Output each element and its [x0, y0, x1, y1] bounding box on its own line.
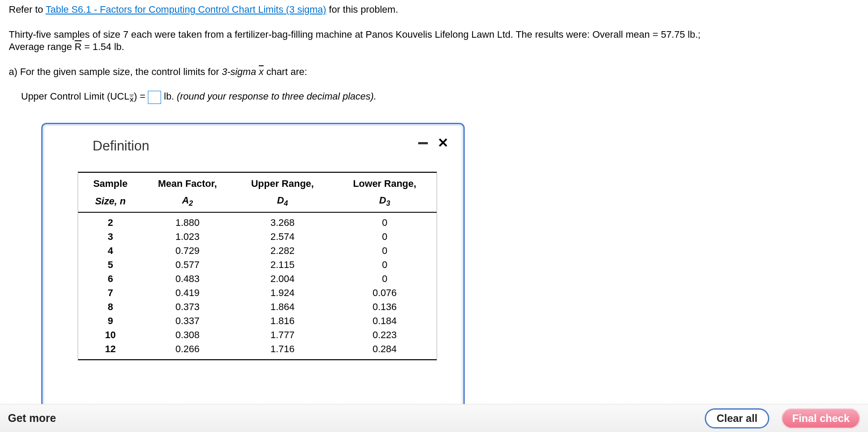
ucl-input[interactable]: [148, 91, 161, 104]
table-row: 80.3731.8640.136: [78, 300, 437, 314]
r-bar: R: [75, 41, 82, 52]
cell-d4: 2.574: [232, 230, 333, 244]
cell-d3: 0: [333, 230, 437, 244]
cell-d4: 2.115: [232, 258, 333, 272]
cell-n: 10: [78, 328, 143, 342]
cell-d3: 0.284: [333, 342, 437, 360]
cell-n: 8: [78, 300, 143, 314]
qa-suffix: chart are:: [264, 66, 307, 77]
ucl-unit: lb.: [161, 91, 176, 102]
cell-a2: 0.266: [143, 342, 232, 360]
table-link[interactable]: Table S6.1 - Factors for Computing Contr…: [46, 4, 326, 15]
th-d3: D3: [333, 192, 437, 212]
cell-a2: 1.023: [143, 230, 232, 244]
table-row: 40.7292.2820: [78, 244, 437, 258]
table-row: 50.5772.1150: [78, 258, 437, 272]
table-row: 120.2661.7160.284: [78, 342, 437, 360]
cell-d3: 0.076: [333, 286, 437, 300]
given-2-prefix: Average range: [9, 41, 75, 52]
cell-d3: 0.223: [333, 328, 437, 342]
cell-a2: 1.880: [143, 212, 232, 230]
qa-xbar: x: [259, 66, 264, 77]
ucl-prefix: Upper Control Limit (UCL: [21, 91, 129, 102]
ucl-sub: x̄: [129, 96, 134, 104]
th-d4: D4: [232, 192, 333, 212]
cell-n: 9: [78, 314, 143, 328]
given-info: Thirty-five samples of size 7 each were …: [9, 29, 859, 54]
given-1: Thirty-five samples of size 7 each were …: [9, 29, 700, 40]
cell-a2: 0.373: [143, 300, 232, 314]
cell-n: 4: [78, 244, 143, 258]
bottom-bar: Get more Clear all Final check: [0, 404, 868, 432]
cell-d3: 0: [333, 244, 437, 258]
th-lower: Lower Range,: [333, 172, 437, 192]
table-row: 31.0232.5740: [78, 230, 437, 244]
cell-d3: 0: [333, 212, 437, 230]
modal-title: Definition: [93, 138, 446, 154]
cell-n: 3: [78, 230, 143, 244]
table-row: 21.8803.2680: [78, 212, 437, 230]
cell-n: 5: [78, 258, 143, 272]
cell-a2: 0.308: [143, 328, 232, 342]
th-upper: Upper Range,: [232, 172, 333, 192]
cell-d4: 2.004: [232, 272, 333, 286]
cell-n: 6: [78, 272, 143, 286]
problem-content: Refer to Table S6.1 - Factors for Comput…: [0, 0, 868, 104]
refer-line: Refer to Table S6.1 - Factors for Comput…: [9, 4, 859, 16]
cell-a2: 0.577: [143, 258, 232, 272]
cell-n: 12: [78, 342, 143, 360]
refer-prefix: Refer to: [9, 4, 46, 15]
cell-d4: 3.268: [232, 212, 333, 230]
th-a2: A2: [143, 192, 232, 212]
cell-a2: 0.419: [143, 286, 232, 300]
ucl-line: Upper Control Limit (UCLx̄) = lb. (round…: [9, 90, 859, 104]
qa-prefix: a) For the given sample size, the contro…: [9, 66, 222, 77]
cell-n: 7: [78, 286, 143, 300]
ucl-mid: ) =: [134, 91, 148, 102]
factor-table: Sample Mean Factor, Upper Range, Lower R…: [78, 172, 437, 360]
refer-suffix: for this problem.: [326, 4, 398, 15]
cell-d4: 1.924: [232, 286, 333, 300]
cell-d3: 0.184: [333, 314, 437, 328]
ucl-hint: (round your response to three decimal pl…: [177, 91, 377, 102]
final-check-button[interactable]: Final check: [782, 408, 860, 428]
close-icon[interactable]: ✕: [438, 136, 448, 150]
cell-d4: 1.716: [232, 342, 333, 360]
modal-controls: ✕: [418, 136, 448, 150]
table-row: 60.4832.0040: [78, 272, 437, 286]
table-row: 90.3371.8160.184: [78, 314, 437, 328]
cell-d3: 0.136: [333, 300, 437, 314]
table-row: 100.3081.7770.223: [78, 328, 437, 342]
get-more-label[interactable]: Get more: [8, 412, 56, 425]
cell-n: 2: [78, 212, 143, 230]
cell-d3: 0: [333, 258, 437, 272]
minimize-icon[interactable]: [418, 142, 428, 144]
qa-3sigma: 3-sigma: [222, 66, 258, 77]
cell-d3: 0: [333, 272, 437, 286]
th-mean: Mean Factor,: [143, 172, 232, 192]
factor-table-wrap: Sample Mean Factor, Upper Range, Lower R…: [78, 171, 437, 361]
cell-d4: 1.777: [232, 328, 333, 342]
clear-all-button[interactable]: Clear all: [705, 408, 769, 428]
cell-a2: 0.729: [143, 244, 232, 258]
cell-a2: 0.337: [143, 314, 232, 328]
cell-d4: 2.282: [232, 244, 333, 258]
question-a: a) For the given sample size, the contro…: [9, 66, 859, 79]
cell-d4: 1.816: [232, 314, 333, 328]
definition-modal: ✕ Definition Sample Mean Factor, Upper R…: [41, 123, 465, 425]
cell-d4: 1.864: [232, 300, 333, 314]
given-2-suffix: = 1.54 lb.: [82, 41, 124, 52]
th-sample: Sample: [78, 172, 143, 192]
cell-a2: 0.483: [143, 272, 232, 286]
th-n: Size, n: [78, 192, 143, 212]
table-row: 70.4191.9240.076: [78, 286, 437, 300]
